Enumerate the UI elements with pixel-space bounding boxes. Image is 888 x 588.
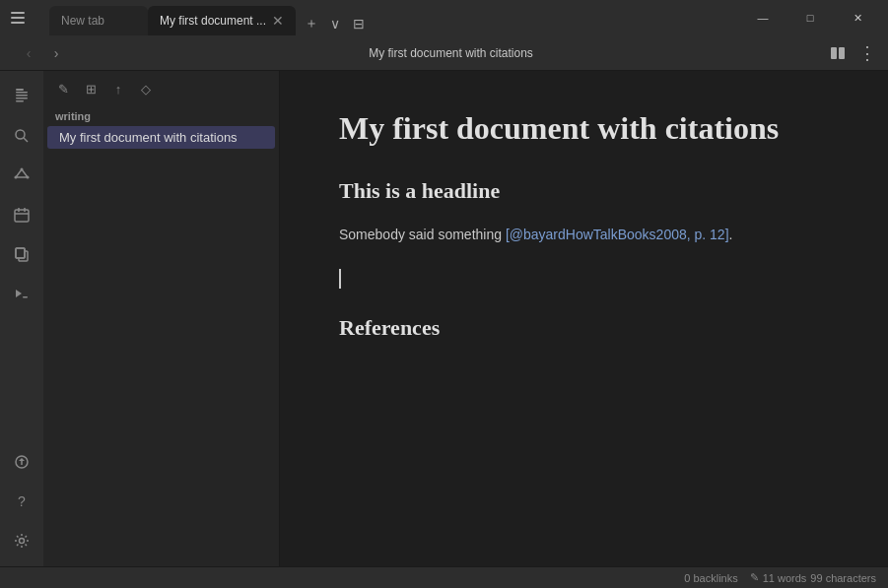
svg-point-14 xyxy=(27,176,30,179)
document-content[interactable]: My first document with citations This is… xyxy=(280,71,888,566)
svg-marker-23 xyxy=(16,290,22,297)
activity-copy-button[interactable] xyxy=(4,236,39,272)
svg-rect-1 xyxy=(11,17,25,19)
svg-rect-2 xyxy=(11,22,25,24)
titlebar-left xyxy=(0,8,49,28)
tabs-area: New tab My first document ... ✕ ＋ ∨ ⊟ xyxy=(49,0,732,35)
reader-view-button[interactable] xyxy=(825,40,851,66)
pencil-icon: ✎ xyxy=(750,571,759,584)
edit-status: ✎ 11 words 99 characters xyxy=(750,571,876,584)
svg-rect-3 xyxy=(831,47,837,59)
sidebar-toolbar: ✎ ⊞ ↑ ◇ xyxy=(43,71,279,106)
svg-point-13 xyxy=(21,168,24,171)
sidebar-item-doc1-label: My first document with citations xyxy=(59,130,238,145)
svg-point-28 xyxy=(20,539,25,544)
document-body-text: Somebody said something [@bayardHowTalkB… xyxy=(339,224,829,245)
svg-rect-24 xyxy=(23,296,28,298)
sidebar-new-folder-button[interactable]: ⊞ xyxy=(79,77,102,100)
activity-bar: ? xyxy=(0,71,43,566)
close-button[interactable]: ✕ xyxy=(835,2,880,33)
svg-rect-4 xyxy=(839,47,845,59)
toolbar-document-title: My first document with citations xyxy=(369,46,533,60)
cursor xyxy=(339,261,829,307)
activity-calendar-button[interactable] xyxy=(4,197,39,232)
backlinks-count: 0 backlinks xyxy=(684,572,737,584)
forward-button[interactable]: › xyxy=(43,40,69,66)
tab-new-tab-label: New tab xyxy=(61,14,104,28)
svg-marker-27 xyxy=(19,458,25,461)
activity-publish-button[interactable] xyxy=(4,444,39,480)
sidebar-item-doc1[interactable]: My first document with citations xyxy=(47,126,275,149)
activity-search-button[interactable] xyxy=(4,118,39,154)
backlinks-status: 0 backlinks xyxy=(684,572,737,584)
body-text-suffix: . xyxy=(729,227,733,242)
tab-new-tab[interactable]: New tab xyxy=(49,6,148,35)
maximize-button[interactable]: □ xyxy=(787,2,833,33)
document-headline: This is a headline xyxy=(339,178,829,204)
svg-rect-5 xyxy=(16,89,24,91)
tab-doc-label: My first document ... xyxy=(160,14,266,28)
back-button[interactable]: ‹ xyxy=(16,40,41,66)
activity-settings-button[interactable] xyxy=(4,523,39,558)
nav-buttons: ‹ › xyxy=(8,40,77,66)
tab-doc[interactable]: My first document ... ✕ xyxy=(148,6,296,35)
statusbar: 0 backlinks ✎ 11 words 99 characters xyxy=(0,566,888,588)
minimize-button[interactable]: — xyxy=(740,2,786,33)
svg-point-15 xyxy=(15,176,18,179)
svg-point-10 xyxy=(16,130,25,139)
sidebar-collapse-button[interactable]: ◇ xyxy=(134,77,158,100)
word-count: 11 words xyxy=(763,572,807,584)
main-area: ? ✎ ⊞ ↑ ◇ writing My first document with… xyxy=(0,71,888,566)
svg-line-11 xyxy=(24,138,28,142)
sidebar-new-note-button[interactable]: ✎ xyxy=(51,77,75,100)
svg-rect-0 xyxy=(11,12,25,14)
navigation-toolbar: ‹ › My first document with citations ⋮ xyxy=(0,35,888,71)
activity-help-button[interactable]: ? xyxy=(4,484,39,519)
titlebar: New tab My first document ... ✕ ＋ ∨ ⊟ — … xyxy=(0,0,888,35)
activity-files-button[interactable] xyxy=(4,79,39,114)
sidebar: ✎ ⊞ ↑ ◇ writing My first document with c… xyxy=(43,71,280,566)
titlebar-window-controls: — □ ✕ xyxy=(732,2,888,33)
citation-link[interactable]: [@bayardHowTalkBooks2008, p. 12] xyxy=(506,227,729,242)
sidebar-section-label: writing xyxy=(43,106,279,126)
svg-rect-16 xyxy=(15,210,29,222)
svg-rect-9 xyxy=(16,100,24,102)
tabs-list-button[interactable]: ∨ xyxy=(323,12,347,35)
toolbar-actions: ⋮ xyxy=(825,40,880,66)
more-options-button[interactable]: ⋮ xyxy=(854,40,880,66)
document-title: My first document with citations xyxy=(339,110,829,147)
references-heading: References xyxy=(339,315,829,341)
svg-rect-6 xyxy=(16,92,28,94)
svg-rect-7 xyxy=(16,95,28,97)
activity-terminal-button[interactable] xyxy=(4,276,39,311)
tab-close-icon[interactable]: ✕ xyxy=(272,13,284,29)
svg-rect-21 xyxy=(16,248,25,258)
activity-graph-button[interactable] xyxy=(4,158,39,193)
svg-rect-8 xyxy=(16,98,28,99)
sidebar-toggle-icon[interactable] xyxy=(8,8,28,28)
split-editor-button[interactable]: ⊟ xyxy=(347,12,371,35)
char-count: 99 characters xyxy=(810,572,876,584)
body-text-prefix: Somebody said something xyxy=(339,227,506,242)
sidebar-sort-button[interactable]: ↑ xyxy=(106,77,130,100)
new-tab-button[interactable]: ＋ xyxy=(300,12,323,35)
